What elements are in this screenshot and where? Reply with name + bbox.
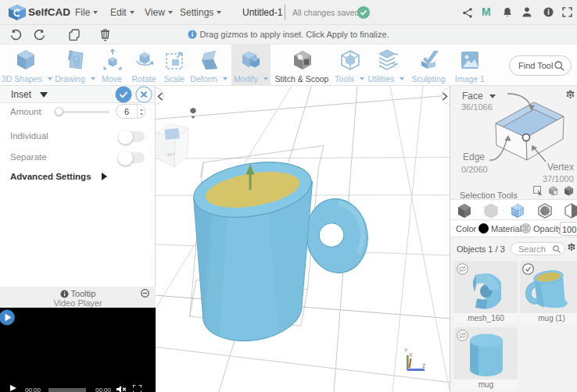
svg-text:X: X [409, 352, 413, 358]
svg-text:Z: Z [422, 363, 426, 369]
svg-text:LEFT: LEFT [166, 153, 175, 157]
svg-text:Y: Y [404, 347, 408, 353]
